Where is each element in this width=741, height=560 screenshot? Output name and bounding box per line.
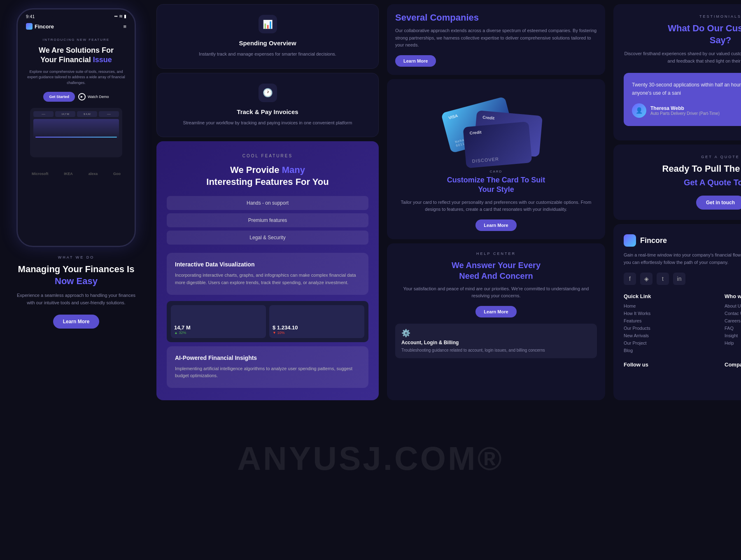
card-learn-more-button[interactable]: Learn More: [475, 219, 516, 231]
phone-notch: [51, 9, 101, 20]
footer-brand-name: Fincore: [640, 236, 667, 245]
get-started-button[interactable]: Get Started: [43, 92, 75, 102]
cool-features-list: Hands - on support Premium features Lega…: [167, 196, 368, 245]
mini-stat-2: $ 1.234.10 ▼ 10%: [269, 305, 364, 338]
footer-link-faq[interactable]: FAQ: [725, 326, 741, 331]
footer-link-home[interactable]: Home: [624, 303, 716, 308]
hands-on-item: Hands - on support: [167, 196, 368, 210]
phone-dashboard: ── 14,7 M $ 4,42 ──: [30, 108, 122, 157]
track-pay-card: 🕐 Track & Pay Invoices Streamline your w…: [156, 73, 379, 138]
facebook-icon[interactable]: f: [624, 273, 636, 285]
stat-value-1: 14,7 M: [174, 324, 263, 331]
cool-title: We Provide Many Interesting Features For…: [167, 164, 368, 188]
author-name-1: Theresa Webb: [650, 105, 720, 111]
footer-link-about[interactable]: About Us: [725, 303, 741, 308]
twitter-icon[interactable]: t: [657, 273, 669, 285]
company-title: Company: [725, 362, 741, 368]
card-visual-section: VISA Neha Kakkar6011 - 7406 - 4763 - 052…: [387, 79, 605, 239]
spending-desc: Instantly track and manage expenses for …: [169, 51, 366, 58]
testimonial-text-1: Twenty 30-second applications within hal…: [632, 81, 741, 97]
footer-link-careers[interactable]: Careers: [725, 318, 741, 323]
footer-link-blog[interactable]: Blog: [624, 348, 716, 353]
footer-link-arrivals[interactable]: New Arrivals: [624, 333, 716, 338]
dash-cell-2: 14,7 M: [55, 111, 75, 117]
what-we-do-section: WHAT WE DO Managing Your Finances Is Now…: [8, 247, 144, 337]
help-badge: HELP CENTER: [395, 252, 597, 256]
help-center-card: HELP CENTER We Answer Your Every Need An…: [387, 243, 605, 400]
headline-line2: Your Financial: [40, 56, 91, 64]
companies-title: Several Companies: [395, 12, 597, 23]
testimonials-badge: TESTIMONIALS: [624, 14, 741, 19]
dash-cell-4: ──: [99, 111, 119, 117]
dash-cell-3: $ 4,42: [77, 111, 97, 117]
interactive-viz-title: Interactive Data Visualization: [175, 261, 360, 268]
premium-features-item: Premium features: [167, 213, 368, 227]
phone-nav: Fincore ≡: [18, 21, 135, 32]
dash-graph: [33, 119, 119, 140]
introducing-badge: INTRODUCING NEW FEATURE: [26, 38, 126, 42]
testimonial-item-1: Twenty 30-second applications within hal…: [624, 73, 741, 126]
help-item-desc: Troubleshooting guidance related to acco…: [401, 347, 591, 353]
quote-card: GET A QUOTE Ready To Pull The Trigger? G…: [613, 145, 741, 220]
brand-ikea: IKEA: [64, 172, 73, 176]
stat-value-2: $ 1.234.10: [273, 324, 361, 331]
phone-frame: 9:41 ▪▪ ≋ ▮ Fincore ≡ INTRODUCING NEW FE…: [16, 8, 136, 247]
mini-dashboard: 14,7 M ▲ 32% $ 1.234.10 ▼ 10%: [167, 301, 368, 342]
what-we-do-learn-more-button[interactable]: Learn More: [53, 315, 100, 329]
spending-icon: 📊: [259, 15, 277, 33]
phone-sub: Explore our comprehensive suite of tools…: [26, 69, 126, 86]
card-customize-title: Customize The Card To Suit Your Style: [395, 175, 597, 195]
quick-link-title: Quick Link: [624, 293, 716, 299]
help-learn-more-button[interactable]: Learn More: [475, 306, 516, 317]
phone-content: INTRODUCING NEW FEATURE We Are Solutions…: [18, 32, 135, 163]
hamburger-icon[interactable]: ≡: [123, 23, 126, 30]
get-in-touch-button[interactable]: Get in touch: [696, 196, 741, 210]
dashboard-row: ── 14,7 M $ 4,42 ──: [33, 111, 119, 117]
linkedin-icon[interactable]: in: [673, 273, 685, 285]
what-we-do-sub: Experience a seamless approach to handli…: [16, 292, 136, 306]
footer-link-insight[interactable]: Insight: [725, 333, 741, 338]
footer-link-how[interactable]: How It Works: [624, 311, 716, 316]
right-section: TESTIMONIALS What Do Our Customers Say? …: [609, 0, 741, 404]
what-we-do-badge: WHAT WE DO: [16, 255, 136, 259]
follow-us-col: Follow us: [624, 362, 716, 371]
graph-line: [35, 137, 117, 138]
footer-link-help[interactable]: Help: [725, 341, 741, 345]
instagram-icon[interactable]: ◈: [640, 273, 652, 285]
footer-link-project[interactable]: Our Project: [624, 341, 716, 345]
cool-badge: COOL FEATURES: [167, 154, 368, 158]
footer-link-contact[interactable]: Contac Us: [725, 311, 741, 316]
cards-stack: VISA Neha Kakkar6011 - 7406 - 4763 - 052…: [395, 87, 597, 170]
companies-learn-more-button[interactable]: Learn More: [395, 55, 436, 67]
footer-desc: Gain a real-time window into your compan…: [624, 252, 741, 266]
phone-buttons: Get Started ▶ Watch Demo: [26, 92, 126, 102]
author-avatar-1: 👤: [632, 103, 646, 118]
footer-link-products[interactable]: Our Products: [624, 326, 716, 331]
quote-subtitle: Get A Quote Today: [624, 178, 741, 187]
interactive-viz-card: Interactive Data Visualization Incorpora…: [167, 253, 368, 294]
brand-microsoft: Microsoft: [32, 172, 49, 176]
play-icon: ▶: [78, 93, 86, 100]
footer-links: Quick Link Home How It Works Features Ou…: [624, 293, 741, 355]
phone-icons: ▪▪ ≋ ▮: [114, 14, 126, 19]
quote-badge: GET A QUOTE: [624, 155, 741, 159]
stat-change-2: ▼ 10%: [273, 331, 361, 335]
cool-features-section: COOL FEATURES We Provide Many Interestin…: [156, 141, 379, 400]
ai-title: AI-Powered Financial Insights: [175, 355, 360, 361]
card-section-badge: CARD: [395, 170, 597, 173]
phone-logo: Fincore: [26, 23, 54, 30]
track-desc: Streamline your workflow by tracking and…: [169, 119, 366, 127]
watch-demo-button[interactable]: ▶ Watch Demo: [78, 92, 109, 102]
help-item-billing: ⚙️ Account, Login & Billing Troubleshoot…: [395, 324, 597, 358]
footer-link-features[interactable]: Features: [624, 318, 716, 323]
phone-time: 9:41: [26, 14, 35, 19]
companies-card: Several Companies Our collaborative appr…: [387, 4, 605, 75]
quick-link-col: Quick Link Home How It Works Features Ou…: [624, 293, 716, 355]
help-desc: Your satisfaction and peace of mind are …: [395, 285, 597, 300]
help-title: We Answer Your Every Need And Concern: [395, 260, 597, 281]
ai-desc: Implementing artificial intelligence alg…: [175, 365, 360, 380]
footer-card: Fincore Gain a real-time window into you…: [613, 224, 741, 400]
spending-title: Spending Overview: [169, 40, 366, 47]
what-we-do-title: Managing Your Finances Is Now Easy: [16, 264, 136, 287]
headline-highlight: Issue: [93, 56, 112, 64]
